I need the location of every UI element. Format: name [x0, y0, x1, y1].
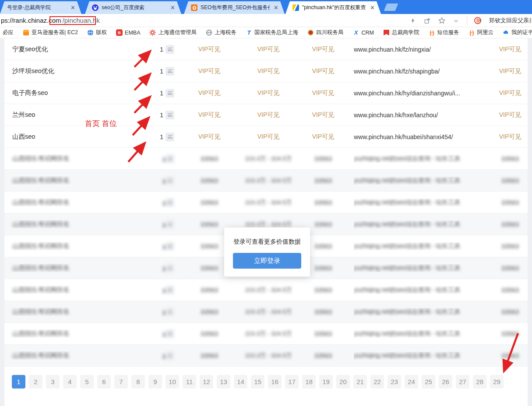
mini-chart-icon[interactable]	[166, 67, 174, 76]
bookmark-item[interactable]: 上海通信管理局	[149, 29, 197, 36]
url-cell[interactable]: yuzhiqing.net的seo综合查询 - 站长工具	[354, 177, 493, 185]
range-cell[interactable]: VIP可见	[244, 46, 292, 53]
page-button[interactable]: 3	[46, 375, 60, 388]
bookmark-item[interactable]: BEMBA	[116, 29, 140, 36]
index-cell[interactable]: 33563	[493, 221, 528, 228]
tab-close-icon[interactable]: ✕	[369, 4, 376, 11]
url-cell[interactable]: yuzhiqing.net的seo综合查询 - 站长工具	[354, 352, 493, 360]
url-cell[interactable]: yuzhiqing.net的seo综合查询 - 站长工具	[354, 155, 493, 163]
bookmark-item[interactable]: 总裁商学院	[383, 29, 419, 36]
index-cell[interactable]: 33563	[493, 265, 528, 272]
mini-chart-icon[interactable]	[166, 89, 174, 98]
index-cell[interactable]: 33563	[174, 330, 244, 337]
index-cell[interactable]: 33563	[292, 155, 354, 162]
url-cell[interactable]: yuzhiqing.net的seo综合查询 - 站长工具	[354, 199, 493, 206]
bookmark-item[interactable]: T国家税务总局上海	[246, 29, 298, 36]
range-cell[interactable]: 223.3万 - 324.5万	[244, 330, 292, 338]
mini-chart-icon[interactable]	[166, 220, 174, 229]
bookmark-item[interactable]: XCRM	[352, 29, 373, 36]
page-button[interactable]: 14	[234, 375, 247, 388]
url-cell[interactable]: yuzhiqing.net的seo综合查询 - 站长工具	[354, 264, 493, 272]
page-button[interactable]: 21	[353, 375, 367, 388]
mini-chart-icon[interactable]	[166, 264, 174, 273]
index-cell[interactable]: VIP可见	[493, 46, 528, 53]
bookmark-item[interactable]: (-)阿里云	[468, 29, 493, 36]
index-cell[interactable]: 33563	[493, 177, 528, 184]
bookmark-item[interactable]: 必应	[3, 29, 14, 36]
page-button[interactable]: 28	[473, 375, 486, 388]
page-button[interactable]: 25	[422, 375, 435, 388]
range-cell[interactable]: 223.3万 - 324.5万	[244, 352, 292, 360]
mini-chart-icon[interactable]	[166, 45, 174, 54]
browser-tab[interactable]: "pinchuan.hk"的百度权重查询结✕	[285, 1, 381, 14]
range-cell[interactable]: 223.3万 - 324.5万	[244, 220, 292, 228]
page-button[interactable]: 9	[148, 375, 162, 388]
index-cell[interactable]: 33563	[493, 243, 528, 250]
url-cell[interactable]: www.pinchuan.hk/huabei/shanxi454/	[354, 133, 493, 140]
index-cell[interactable]: 33563	[292, 199, 354, 206]
index-cell[interactable]: 33563	[292, 221, 354, 228]
page-button[interactable]: 19	[319, 375, 333, 388]
page-button[interactable]: 15	[251, 375, 264, 388]
index-cell[interactable]: VIP可见	[493, 133, 528, 141]
bookmark-item[interactable]: 四川税务局	[307, 29, 344, 36]
page-button[interactable]: 8	[131, 375, 145, 388]
keyword-cell[interactable]: 电子商务seo	[4, 89, 153, 97]
page-button[interactable]: 20	[336, 375, 350, 388]
index-cell[interactable]: VIP可见	[493, 111, 528, 119]
browser-tab[interactable]: 号登录-总裁商学院✕	[0, 1, 81, 14]
news-ticker-text[interactable]: 郑钦文回应父亲卖房	[489, 17, 531, 24]
share-icon[interactable]	[423, 17, 431, 24]
range-cell[interactable]: VIP可见	[244, 89, 292, 97]
index-cell[interactable]: 33563	[292, 330, 354, 337]
page-button[interactable]: 4	[63, 375, 77, 388]
page-button[interactable]: 23	[388, 375, 401, 388]
browser-tab[interactable]: SEO包年费用_SEO外包服务价格✕	[184, 1, 285, 14]
page-button[interactable]: 24	[405, 375, 418, 388]
page-button[interactable]: 10	[166, 375, 179, 388]
new-tab-button[interactable]	[384, 4, 398, 11]
page-button[interactable]: 11	[183, 375, 196, 388]
url-cell[interactable]: www.pinchuan.hk/hy/dianzishangwu/i...	[354, 90, 493, 97]
index-cell[interactable]: 33563	[174, 287, 244, 294]
page-button[interactable]: 6	[97, 375, 111, 388]
index-cell[interactable]: 33563	[174, 199, 244, 206]
mini-chart-icon[interactable]	[166, 308, 174, 316]
bookmark-item[interactable]: 亚马逊服务器| EC2	[23, 29, 78, 36]
url-cell[interactable]: yuzhiqing.net的seo综合查询 - 站长工具	[354, 286, 493, 294]
mini-chart-icon[interactable]	[166, 351, 174, 360]
tab-close-icon[interactable]: ✕	[169, 4, 176, 11]
index-cell[interactable]: VIP可见	[174, 67, 244, 75]
keyword-cell[interactable]: 山西招生考试网排名	[4, 242, 153, 250]
index-cell[interactable]: VIP可见	[493, 67, 528, 75]
browser-tab[interactable]: seo公司_百度搜索✕	[85, 1, 181, 14]
page-button[interactable]: 26	[439, 375, 452, 388]
flash-icon[interactable]	[409, 17, 416, 24]
keyword-cell[interactable]: 沙坪坝seo优化	[4, 67, 153, 75]
index-cell[interactable]: VIP可见	[493, 89, 528, 97]
index-cell[interactable]: 33563	[493, 155, 528, 162]
index-cell[interactable]: 33563	[292, 287, 354, 294]
index-cell[interactable]: VIP可见	[292, 133, 354, 141]
index-cell[interactable]: 33563	[174, 177, 244, 184]
mini-chart-icon[interactable]	[166, 154, 174, 163]
keyword-cell[interactable]: 山西招生考试网排名	[4, 308, 153, 316]
url-cell[interactable]: www.pinchuan.hk/hxe/lanzhou/	[354, 112, 493, 119]
index-cell[interactable]: 33563	[174, 308, 244, 315]
index-cell[interactable]: 33563	[493, 199, 528, 206]
mini-chart-icon[interactable]	[166, 133, 174, 141]
bookmark-item[interactable]: (-)短信服务	[428, 29, 459, 36]
page-button[interactable]: 1	[12, 375, 25, 388]
page-button[interactable]: 16	[268, 375, 282, 388]
range-cell[interactable]: 223.3万 - 324.5万	[244, 308, 292, 316]
index-cell[interactable]: VIP可见	[174, 111, 244, 119]
index-cell[interactable]: 33563	[292, 308, 354, 315]
page-button[interactable]: 22	[370, 375, 384, 388]
keyword-cell[interactable]: 山西招生考试网排名	[4, 329, 153, 338]
star-icon[interactable]	[438, 17, 445, 24]
index-cell[interactable]: VIP可见	[292, 111, 354, 119]
url-cell[interactable]: yuzhiqing.net的seo综合查询 - 站长工具	[354, 308, 493, 316]
mini-chart-icon[interactable]	[166, 329, 174, 338]
tab-close-icon[interactable]: ✕	[273, 4, 279, 11]
chevron-down-icon[interactable]	[452, 17, 460, 24]
